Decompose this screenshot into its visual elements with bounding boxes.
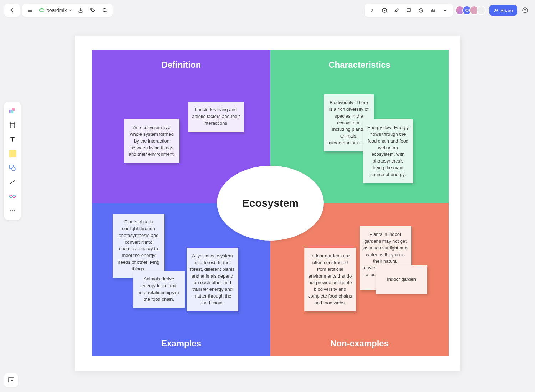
quadrant-title: Characteristics: [277, 60, 442, 70]
svg-point-1: [103, 9, 106, 12]
sticky-note[interactable]: Indoor gardens are often constructed fro…: [304, 248, 356, 311]
minimap-button[interactable]: [4, 373, 18, 387]
svg-rect-15: [11, 380, 13, 381]
connector-tool[interactable]: [6, 176, 19, 189]
sticky-note[interactable]: It includes living and abiotic factors a…: [188, 102, 244, 132]
shape-tool[interactable]: [6, 161, 19, 174]
person-plus-icon: [494, 8, 499, 13]
chart-button[interactable]: [427, 5, 439, 16]
svg-rect-8: [10, 110, 13, 113]
frame-tool[interactable]: [6, 119, 19, 131]
collaborator-avatars[interactable]: O: [455, 6, 486, 15]
help-button[interactable]: [519, 5, 531, 16]
sticky-note-tool[interactable]: [6, 147, 19, 160]
mindmap-tool[interactable]: [6, 190, 19, 203]
sticky-note[interactable]: A typical ecosystem is a forest. In the …: [187, 248, 238, 311]
present-button[interactable]: [379, 5, 390, 16]
center-concept[interactable]: Ecosystem: [217, 166, 324, 241]
quadrant-title: Definition: [99, 60, 263, 70]
document-name: boardmix: [46, 7, 67, 13]
svg-point-0: [91, 9, 92, 10]
chevron-right-button[interactable]: [367, 5, 378, 16]
document-title-group[interactable]: boardmix: [36, 7, 74, 14]
back-button[interactable]: [6, 5, 18, 16]
template-tool[interactable]: [6, 104, 19, 117]
avatar[interactable]: [477, 6, 486, 15]
share-button[interactable]: Share: [489, 5, 517, 16]
cloud-sync-icon: [39, 7, 45, 14]
share-label: Share: [500, 8, 513, 13]
search-button[interactable]: [99, 5, 111, 16]
svg-point-12: [12, 210, 13, 211]
text-tool[interactable]: [6, 133, 19, 146]
sticky-note[interactable]: Indoor garden: [376, 265, 427, 294]
frayer-model-grid: Definition An ecosystem is a whole syste…: [92, 50, 449, 356]
center-label: Ecosystem: [242, 197, 299, 209]
sticky-note[interactable]: Animals derive energy from food interrel…: [133, 271, 185, 308]
celebrate-button[interactable]: [391, 5, 402, 16]
sticky-note[interactable]: Plants absorb sunlight through photosynt…: [113, 214, 164, 278]
timer-button[interactable]: [415, 5, 427, 16]
download-button[interactable]: [75, 5, 86, 16]
tool-palette: [4, 102, 21, 220]
svg-point-4: [495, 9, 496, 10]
svg-point-13: [14, 210, 15, 211]
more-tools[interactable]: [6, 204, 19, 217]
svg-point-10: [12, 167, 15, 171]
chevron-down-icon: [68, 9, 72, 12]
comment-button[interactable]: [403, 5, 414, 16]
canvas[interactable]: Definition An ecosystem is a whole syste…: [75, 36, 460, 371]
tag-button[interactable]: [87, 5, 98, 16]
svg-point-11: [10, 210, 11, 211]
quadrant-title: Non-examples: [270, 339, 449, 349]
sticky-note[interactable]: An ecosystem is a whole system formed by…: [124, 119, 179, 163]
more-tools-button[interactable]: [439, 5, 451, 16]
quadrant-title: Examples: [92, 339, 270, 349]
menu-button[interactable]: [24, 5, 36, 16]
sticky-note[interactable]: Energy flow: Energy flows through the fo…: [363, 119, 413, 183]
